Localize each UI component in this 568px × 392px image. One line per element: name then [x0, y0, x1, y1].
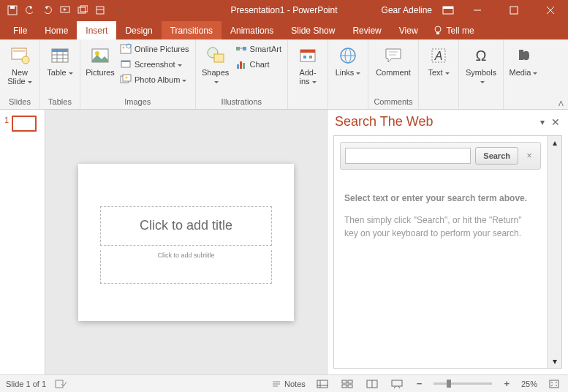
ribbon-display-options-icon[interactable] [442, 6, 454, 15]
text-icon: A [428, 45, 449, 66]
undo-icon[interactable] [25, 5, 35, 15]
tab-design[interactable]: Design [116, 21, 161, 39]
minimize-button[interactable] [464, 0, 491, 20]
slideshow-view-button[interactable] [389, 378, 405, 390]
slide-thumbnail-1[interactable]: 1 [0, 116, 45, 132]
hint-line-1: Select text or enter your search term ab… [344, 192, 537, 205]
customize-qat-icon[interactable] [113, 5, 123, 15]
screenshot-label: Screenshot [135, 60, 182, 69]
svg-rect-5 [96, 7, 104, 14]
notes-button[interactable]: Notes [271, 380, 306, 388]
qat-icon-2[interactable] [95, 5, 105, 15]
group-comments-label: Comments [373, 97, 414, 108]
slide-counter[interactable]: Slide 1 of 1 [6, 380, 46, 388]
workspace: 1 Click to add title Click to add subtit… [0, 110, 568, 374]
pictures-button[interactable]: Pictures [85, 42, 116, 77]
symbols-label: Symbols [463, 68, 499, 86]
spellcheck-icon[interactable] [55, 379, 67, 389]
fit-to-window-button[interactable] [546, 378, 562, 390]
maximize-button[interactable] [501, 0, 527, 20]
group-comments: Comment Comments [368, 39, 419, 109]
status-bar: Slide 1 of 1 Notes − + 25% [0, 374, 568, 392]
scroll-up-icon[interactable]: ▴ [553, 136, 557, 149]
tab-transitions[interactable]: Transitions [162, 21, 221, 39]
media-label: Media [510, 68, 538, 77]
title-placeholder[interactable]: Click to add title [100, 206, 272, 246]
media-icon [513, 45, 534, 66]
shapes-label: Shapes [200, 68, 231, 86]
collapse-ribbon-icon[interactable]: ᐱ [558, 99, 564, 108]
text-button[interactable]: A Text [423, 42, 454, 77]
svg-rect-35 [214, 54, 224, 62]
text-label: Text [428, 68, 449, 77]
ribbon-tabs: File Home Insert Design Transitions Anim… [0, 20, 568, 39]
user-name[interactable]: Gear Adeline [382, 5, 432, 15]
comment-button[interactable]: Comment [373, 42, 414, 77]
notes-icon [271, 380, 281, 388]
tab-review[interactable]: Review [344, 21, 390, 39]
pane-scrollbar[interactable]: ▴ ▾ [547, 136, 561, 368]
search-button[interactable]: Search [475, 147, 518, 165]
photo-album-button[interactable]: Photo Album [118, 73, 191, 86]
slide-canvas-area[interactable]: Click to add title Click to add subtitle [45, 110, 327, 374]
svg-rect-39 [240, 61, 242, 69]
media-button[interactable]: Media [508, 42, 539, 77]
tab-home[interactable]: Home [36, 21, 77, 39]
tab-animations[interactable]: Animations [221, 21, 282, 39]
hint-line-2: Then simply click "Search", or hit the "… [344, 214, 537, 240]
zoom-in-button[interactable]: + [501, 378, 512, 389]
subtitle-placeholder[interactable]: Click to add subtitle [100, 250, 272, 284]
tell-me[interactable]: Tell me [433, 26, 474, 39]
svg-rect-43 [303, 56, 306, 59]
zoom-slider[interactable] [433, 382, 492, 385]
qat-icon[interactable] [77, 5, 88, 15]
new-slide-button[interactable]: New Slide [4, 42, 35, 86]
close-button[interactable] [537, 0, 564, 20]
chart-label: Chart [250, 60, 270, 69]
start-from-beginning-icon[interactable] [60, 5, 70, 15]
svg-rect-4 [80, 6, 88, 12]
links-button[interactable]: Links [333, 42, 363, 77]
online-pictures-button[interactable]: Online Pictures [118, 42, 191, 56]
table-label: Table [47, 68, 72, 77]
symbols-button[interactable]: Ω Symbols [463, 42, 499, 86]
group-text-label [423, 97, 454, 108]
svg-rect-8 [443, 7, 453, 9]
group-symbols: Ω Symbols [459, 39, 504, 109]
pane-close-icon[interactable]: ✕ [549, 116, 562, 128]
svg-rect-67 [392, 380, 402, 386]
group-addins-label [292, 97, 323, 108]
thumb-preview [12, 116, 37, 132]
group-slides: New Slide Slides [0, 39, 40, 109]
pane-options-icon[interactable]: ▾ [536, 117, 549, 127]
svg-rect-19 [52, 49, 68, 52]
tab-view[interactable]: View [390, 21, 427, 39]
reading-view-button[interactable] [364, 378, 380, 390]
screenshot-icon [120, 59, 132, 70]
save-icon[interactable] [7, 5, 18, 15]
table-button[interactable]: Table [45, 42, 75, 77]
smartart-button[interactable]: SmartArt [234, 42, 283, 56]
svg-point-13 [435, 26, 441, 32]
tab-slide-show[interactable]: Slide Show [282, 21, 344, 39]
scroll-down-icon[interactable]: ▾ [553, 355, 557, 368]
redo-icon[interactable] [42, 5, 53, 15]
tab-file[interactable]: File [4, 21, 36, 39]
shapes-button[interactable]: Shapes [200, 42, 231, 86]
svg-point-17 [22, 56, 29, 64]
svg-rect-30 [121, 61, 130, 62]
svg-rect-38 [237, 64, 239, 69]
group-text: A Text [419, 39, 459, 109]
slide-sorter-view-button[interactable] [339, 378, 355, 390]
smartart-label: SmartArt [250, 45, 281, 53]
screenshot-button[interactable]: Screenshot [118, 58, 191, 71]
search-input[interactable] [345, 148, 471, 164]
chart-button[interactable]: Chart [234, 58, 283, 71]
tab-insert[interactable]: Insert [77, 21, 116, 39]
zoom-level[interactable]: 25% [521, 380, 537, 388]
normal-view-button[interactable] [314, 378, 330, 390]
clear-search-icon[interactable]: × [523, 151, 536, 161]
zoom-out-button[interactable]: − [414, 378, 425, 389]
symbols-icon: Ω [471, 45, 491, 66]
addins-button[interactable]: Add- ins [292, 42, 323, 86]
